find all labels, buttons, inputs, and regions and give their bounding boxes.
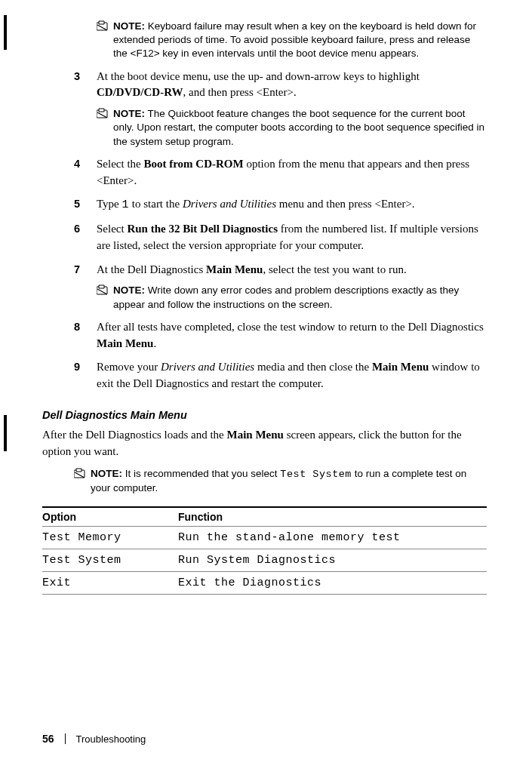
step-code: 1 bbox=[122, 198, 130, 211]
table-header-option: Option bbox=[42, 507, 178, 527]
step-number: 9 bbox=[74, 359, 97, 375]
change-bar bbox=[4, 15, 7, 50]
step-4: 4 Select the Boot from CD-ROM option fro… bbox=[74, 156, 487, 189]
note-keyboard: NOTE: Keyboard failure may result when a… bbox=[97, 20, 487, 61]
step-number: 8 bbox=[74, 319, 97, 335]
step-6: 6 Select Run the 32 Bit Dell Diagnostics… bbox=[74, 221, 487, 254]
step-text: to start the bbox=[129, 198, 183, 210]
change-bar bbox=[4, 415, 7, 451]
step-bold: CD/DVD/CD-RW bbox=[97, 86, 183, 98]
note-text: Keyboard failure may result when a key o… bbox=[113, 20, 476, 59]
step-bold: Boot from CD-ROM bbox=[143, 158, 243, 170]
step-text: At the boot device menu, use the up- and… bbox=[97, 70, 420, 82]
step-8: 8 After all tests have completed, close … bbox=[74, 319, 487, 352]
step-9: 9 Remove your Drivers and Utilities medi… bbox=[74, 359, 487, 392]
step-text: menu and then press <Enter>. bbox=[276, 198, 415, 210]
note-icon bbox=[97, 108, 109, 122]
note-test-system: NOTE: It is recommended that you select … bbox=[74, 467, 487, 495]
table-row: Test System Run System Diagnostics bbox=[42, 549, 487, 571]
step-bold: Main Menu bbox=[372, 361, 429, 373]
step-5: 5 Type 1 to start the Drivers and Utilit… bbox=[74, 196, 487, 214]
step-3: 3 At the boot device menu, use the up- a… bbox=[74, 69, 487, 102]
para-bold: Main Menu bbox=[227, 429, 284, 441]
step-text: Select bbox=[97, 223, 127, 235]
step-number: 5 bbox=[74, 196, 97, 212]
note-text: The Quickboot feature changes the boot s… bbox=[113, 108, 484, 146]
step-bold: Run the 32 Bit Dell Diagnostics bbox=[127, 223, 278, 235]
step-bold: Main Menu bbox=[206, 263, 263, 275]
para-text: After the Dell Diagnostics loads and the bbox=[42, 429, 227, 441]
note-label: NOTE: bbox=[91, 468, 122, 479]
cell-option: Test Memory bbox=[42, 526, 178, 549]
step-text: Type bbox=[97, 198, 122, 210]
footer-section: Troubleshooting bbox=[76, 733, 146, 745]
cell-function: Run the stand-alone memory test bbox=[178, 526, 487, 549]
step-text: . bbox=[153, 337, 156, 349]
cell-option: Exit bbox=[42, 571, 178, 594]
step-text: , and then press <Enter>. bbox=[183, 86, 296, 98]
step-number: 4 bbox=[74, 156, 97, 172]
note-quickboot: NOTE: The Quickboot feature changes the … bbox=[97, 107, 487, 149]
note-icon bbox=[74, 468, 86, 482]
cell-function: Run System Diagnostics bbox=[178, 549, 487, 571]
options-table: Option Function Test Memory Run the stan… bbox=[42, 506, 487, 595]
note-label: NOTE: bbox=[113, 20, 145, 32]
note-icon bbox=[97, 20, 109, 35]
step-number: 7 bbox=[74, 262, 97, 278]
body-paragraph: After the Dell Diagnostics loads and the… bbox=[42, 427, 487, 460]
note-label: NOTE: bbox=[113, 108, 145, 119]
footer-divider bbox=[65, 733, 66, 744]
step-text: At the Dell Diagnostics bbox=[97, 263, 206, 275]
note-text: It is recommended that you select bbox=[122, 468, 280, 479]
step-bold: Main Menu bbox=[97, 337, 153, 349]
step-italic: Drivers and Utilities bbox=[161, 361, 254, 373]
step-text: Select the bbox=[97, 158, 143, 170]
step-text: Remove your bbox=[97, 361, 161, 373]
step-7: 7 At the Dell Diagnostics Main Menu, sel… bbox=[74, 262, 487, 278]
step-text: , select the test you want to run. bbox=[263, 263, 406, 275]
table-header-function: Function bbox=[178, 507, 487, 527]
note-code: Test System bbox=[280, 469, 352, 480]
page-number: 56 bbox=[42, 733, 54, 745]
note-text: Write down any error codes and problem d… bbox=[113, 284, 459, 309]
note-errorcodes: NOTE: Write down any error codes and pro… bbox=[97, 284, 487, 311]
step-text: After all tests have completed, close th… bbox=[97, 321, 484, 333]
page-footer: 56 Troubleshooting bbox=[42, 733, 146, 745]
subheading-main-menu: Dell Diagnostics Main Menu bbox=[42, 409, 487, 421]
step-number: 3 bbox=[74, 69, 97, 85]
note-label: NOTE: bbox=[113, 284, 145, 296]
cell-function: Exit the Diagnostics bbox=[178, 571, 487, 594]
step-text: media and then close the bbox=[254, 361, 372, 373]
table-row: Exit Exit the Diagnostics bbox=[42, 571, 487, 594]
table-row: Test Memory Run the stand-alone memory t… bbox=[42, 526, 487, 549]
step-number: 6 bbox=[74, 221, 97, 237]
note-icon bbox=[97, 284, 109, 299]
step-italic: Drivers and Utilities bbox=[183, 198, 276, 210]
cell-option: Test System bbox=[42, 549, 178, 571]
